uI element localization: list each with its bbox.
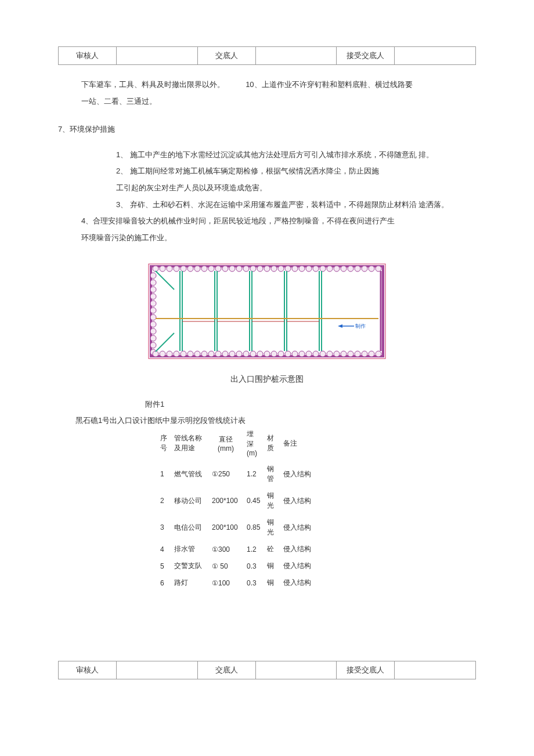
env-item: 2、 施工期间经常对施工机械车辆定期检修，根据气候情况洒水降尘，防止因施 bbox=[116, 163, 453, 180]
cell-diam: 200*100 bbox=[208, 514, 243, 541]
handover-value bbox=[255, 47, 337, 65]
cell-depth: 0.85 bbox=[243, 514, 264, 541]
svg-point-12 bbox=[222, 266, 228, 272]
svg-point-21 bbox=[285, 266, 291, 272]
svg-point-17 bbox=[257, 266, 263, 272]
svg-point-52 bbox=[187, 351, 193, 357]
cell-seq: 6 bbox=[157, 574, 171, 591]
reviewer-label: 审核人 bbox=[59, 661, 117, 679]
cell-diam: 200*100 bbox=[208, 487, 243, 514]
th-material: 材质 bbox=[264, 426, 280, 461]
cell-material: 铜 bbox=[264, 558, 280, 574]
svg-point-9 bbox=[201, 266, 207, 272]
reviewer-label: 审核人 bbox=[59, 47, 117, 65]
cell-depth: 0.3 bbox=[243, 558, 264, 574]
svg-point-44 bbox=[150, 335, 156, 341]
svg-point-56 bbox=[215, 351, 221, 357]
svg-point-47 bbox=[153, 351, 158, 357]
svg-point-13 bbox=[229, 266, 235, 272]
th-seq: 序号 bbox=[157, 426, 171, 461]
svg-point-50 bbox=[174, 351, 179, 357]
receiver-label: 接受交底人 bbox=[337, 661, 395, 679]
svg-point-32 bbox=[362, 266, 367, 272]
svg-point-49 bbox=[167, 351, 172, 357]
receiver-value bbox=[395, 47, 476, 65]
svg-point-29 bbox=[341, 266, 347, 272]
cell-depth: 1.2 bbox=[243, 461, 264, 487]
svg-point-74 bbox=[341, 351, 347, 357]
svg-point-2 bbox=[153, 266, 158, 272]
cell-note: 侵入结构 bbox=[280, 541, 315, 558]
handover-value bbox=[255, 661, 337, 679]
th-depth: 埋深(m) bbox=[243, 426, 264, 461]
svg-point-35 bbox=[150, 273, 156, 278]
svg-point-58 bbox=[229, 351, 235, 357]
env-item: 工引起的灰尘对生产人员以及环境造成危害。 bbox=[116, 180, 453, 197]
cell-note: 侵入结构 bbox=[280, 487, 315, 514]
svg-point-66 bbox=[285, 351, 291, 357]
attachment-label: 附件1 bbox=[145, 399, 476, 410]
pipeline-table: 序号 管线名称及用途 直径(mm) 埋深(m) 材质 备注 1燃气管线①2501… bbox=[157, 426, 315, 591]
cell-diam: ① 50 bbox=[208, 558, 243, 574]
reviewer-value bbox=[116, 47, 197, 65]
cell-seq: 1 bbox=[157, 461, 171, 487]
cell-seq: 5 bbox=[157, 558, 171, 574]
cell-material: 铜光 bbox=[264, 514, 280, 541]
receiver-value bbox=[395, 661, 476, 679]
cell-name: 交警支队 bbox=[171, 558, 208, 574]
cell-material: 砼 bbox=[264, 541, 280, 558]
svg-point-31 bbox=[355, 266, 360, 272]
svg-point-38 bbox=[150, 294, 156, 299]
svg-point-41 bbox=[150, 314, 156, 320]
diagram-label: 制作 bbox=[355, 323, 366, 329]
svg-point-54 bbox=[201, 351, 207, 357]
svg-point-77 bbox=[362, 351, 367, 357]
svg-point-27 bbox=[327, 266, 333, 272]
cell-material: 钢管 bbox=[264, 461, 280, 487]
svg-point-45 bbox=[150, 342, 156, 348]
svg-point-76 bbox=[355, 351, 360, 357]
svg-point-28 bbox=[334, 266, 340, 272]
env-item: 3、 弃砟、土和砂石料、水泥在运输中采用篷布履盖严密，装料适中，不得超限防止材料… bbox=[116, 197, 453, 214]
table-row: 3电信公司200*1000.85铜光侵入结构 bbox=[157, 514, 315, 541]
env-item: 1、 施工中产生的地下水需经过沉淀或其他方法处理后方可引入城市排水系统，不得随意… bbox=[116, 147, 453, 164]
cell-depth: 0.3 bbox=[243, 574, 264, 591]
svg-point-61 bbox=[250, 351, 256, 357]
svg-point-24 bbox=[306, 266, 312, 272]
svg-point-64 bbox=[271, 351, 277, 357]
svg-point-19 bbox=[271, 266, 277, 272]
cell-name: 电信公司 bbox=[171, 514, 208, 541]
svg-point-48 bbox=[160, 351, 165, 357]
svg-point-4 bbox=[167, 266, 172, 272]
cell-name: 排水管 bbox=[171, 541, 208, 558]
svg-point-25 bbox=[313, 266, 319, 272]
svg-point-14 bbox=[236, 266, 242, 272]
env-item: 环境噪音污染的施工作业。 bbox=[81, 230, 453, 247]
pipeline-table-title: 黑石礁1号出入口设计图纸中显示明挖段管线统计表 bbox=[75, 415, 476, 426]
cell-diam: ①100 bbox=[208, 574, 243, 591]
cell-depth: 1.2 bbox=[243, 541, 264, 558]
cell-depth: 0.45 bbox=[243, 487, 264, 514]
svg-point-22 bbox=[292, 266, 298, 272]
th-name: 管线名称及用途 bbox=[171, 426, 208, 461]
svg-point-8 bbox=[194, 266, 200, 272]
th-note: 备注 bbox=[280, 426, 315, 461]
table-row: 5交警支队① 500.3铜侵入结构 bbox=[157, 558, 315, 574]
cell-seq: 4 bbox=[157, 541, 171, 558]
signoff-table-bottom: 审核人 交底人 接受交底人 bbox=[58, 661, 476, 679]
handover-label: 交底人 bbox=[197, 661, 255, 679]
svg-point-70 bbox=[313, 351, 319, 357]
svg-point-34 bbox=[376, 266, 381, 272]
cell-note: 侵入结构 bbox=[280, 461, 315, 487]
svg-point-6 bbox=[181, 266, 186, 272]
svg-point-3 bbox=[160, 266, 165, 272]
svg-point-16 bbox=[250, 266, 256, 272]
svg-point-73 bbox=[334, 351, 340, 357]
cell-material: 铜 bbox=[264, 574, 280, 591]
svg-point-37 bbox=[150, 287, 156, 292]
cell-name: 移动公司 bbox=[171, 487, 208, 514]
svg-point-10 bbox=[208, 266, 214, 272]
svg-point-18 bbox=[264, 266, 270, 272]
svg-point-42 bbox=[150, 321, 156, 327]
svg-point-62 bbox=[257, 351, 263, 357]
